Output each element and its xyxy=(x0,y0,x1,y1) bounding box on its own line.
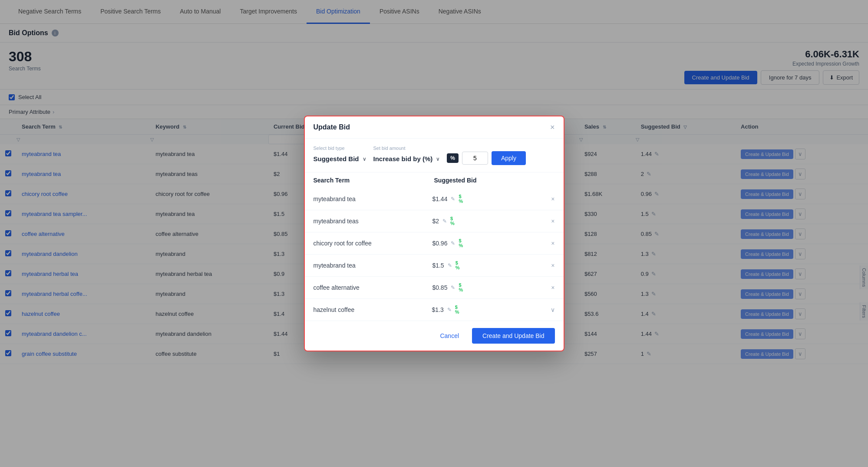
modal-bid-section: $0.96 ✎ $ % xyxy=(432,238,551,248)
modal-title: Update Bid xyxy=(314,123,350,131)
chevron-down-icon-bid-amount: ∨ xyxy=(436,156,440,162)
modal-bid-value: $2 xyxy=(432,218,439,225)
modal-overlay[interactable]: Update Bid × Select bid type Suggested B… xyxy=(0,0,868,467)
modal-term: myteabrand tea xyxy=(314,262,432,269)
pct-dollar-badge: $ % xyxy=(459,194,463,204)
page-layout: Negative Search Terms Positive Search Te… xyxy=(0,0,868,467)
modal-term: coffee alternative xyxy=(314,284,432,291)
pct-dollar-badge: $ % xyxy=(455,305,459,315)
chevron-down-icon-bid-type: ∨ xyxy=(363,156,366,162)
pct-badge: % xyxy=(447,153,459,163)
remove-icon[interactable]: × xyxy=(551,218,554,225)
modal-bid-section: $2 ✎ $ % xyxy=(432,216,551,226)
remove-icon[interactable]: ∨ xyxy=(551,306,555,313)
pct-dollar-badge: $ % xyxy=(450,216,455,226)
modal-list-item: myteabrand teas $2 ✎ $ % × xyxy=(305,210,564,232)
bid-amount-dropdown[interactable]: Increase bid by (%) ∨ xyxy=(373,152,440,165)
modal-bid-value: $1.44 xyxy=(432,195,447,202)
modal-footer: Cancel Create and Update Bid xyxy=(305,321,564,351)
bid-amount-group: Set bid amount Increase bid by (%) ∨ xyxy=(373,146,440,165)
modal-bid-section: $1.5 ✎ $ % xyxy=(432,261,551,270)
modal-term: myteabrand teas xyxy=(314,218,432,225)
modal-table-header: Search Term Suggested Bid xyxy=(305,172,564,188)
modal-bid-section: $1.44 ✎ $ % xyxy=(432,194,551,204)
bid-type-label: Select bid type xyxy=(314,146,366,151)
pct-sign: % xyxy=(459,288,463,292)
modal-list-item: myteabrand tea $1.44 ✎ $ % × xyxy=(305,188,564,210)
pct-sign: % xyxy=(455,310,459,315)
modal-header: Update Bid × xyxy=(305,116,564,139)
pct-sign: % xyxy=(450,221,455,226)
apply-button[interactable]: Apply xyxy=(492,151,526,165)
pct-dollar-badge: $ % xyxy=(455,261,460,270)
bid-value-input[interactable] xyxy=(462,152,488,165)
modal-term: chicory root for coffee xyxy=(314,240,432,247)
bid-type-dropdown[interactable]: Suggested Bid ∨ xyxy=(314,152,366,165)
bid-type-group: Select bid type Suggested Bid ∨ xyxy=(314,146,366,165)
modal-edit-icon[interactable]: ✎ xyxy=(451,196,455,202)
bid-amount-label: Set bid amount xyxy=(373,146,440,151)
remove-icon[interactable]: × xyxy=(551,284,554,291)
bid-input-group: % Apply xyxy=(447,151,526,165)
update-bid-modal: Update Bid × Select bid type Suggested B… xyxy=(304,116,564,351)
remove-icon[interactable]: × xyxy=(551,262,554,269)
modal-col-suggested-bid: Suggested Bid xyxy=(434,177,555,184)
modal-list-item: coffee alternative $0.85 ✎ $ % × xyxy=(305,276,564,298)
remove-icon[interactable]: × xyxy=(551,195,554,202)
modal-bid-section: $1.3 ✎ $ % xyxy=(432,305,551,315)
modal-edit-icon[interactable]: ✎ xyxy=(442,218,447,224)
bid-type-value: Suggested Bid xyxy=(314,155,359,162)
pct-dollar-badge: $ % xyxy=(459,283,463,292)
remove-icon[interactable]: × xyxy=(551,240,554,247)
modal-bid-section: $0.85 ✎ $ % xyxy=(432,283,551,292)
modal-list-item: hazelnut coffee $1.3 ✎ $ % ∨ xyxy=(305,298,564,321)
modal-bid-value: $0.85 xyxy=(432,284,447,291)
create-update-bid-modal-button[interactable]: Create and Update Bid xyxy=(472,328,554,344)
pct-dollar-badge: $ % xyxy=(459,238,463,248)
cancel-button[interactable]: Cancel xyxy=(432,328,467,344)
modal-list-item: myteabrand tea $1.5 ✎ $ % × xyxy=(305,254,564,276)
bid-amount-type: Increase bid by (%) xyxy=(373,155,433,162)
modal-edit-icon[interactable]: ✎ xyxy=(447,307,452,313)
modal-term: myteabrand tea xyxy=(314,195,432,202)
pct-sign: % xyxy=(459,243,463,248)
modal-bid-value: $1.3 xyxy=(432,306,444,313)
modal-body: myteabrand tea $1.44 ✎ $ % × myteabrand … xyxy=(305,188,564,321)
modal-col-search-term: Search Term xyxy=(314,177,434,184)
modal-term: hazelnut coffee xyxy=(314,306,432,313)
modal-edit-icon[interactable]: ✎ xyxy=(448,262,452,268)
modal-bid-value: $0.96 xyxy=(432,240,447,247)
modal-controls: Select bid type Suggested Bid ∨ Set bid … xyxy=(305,139,564,172)
modal-edit-icon[interactable]: ✎ xyxy=(451,240,455,246)
modal-close-button[interactable]: × xyxy=(550,123,555,131)
pct-sign: % xyxy=(459,199,463,204)
modal-bid-value: $1.5 xyxy=(432,262,444,269)
modal-edit-icon[interactable]: ✎ xyxy=(451,285,455,291)
pct-sign: % xyxy=(455,265,460,270)
modal-list-item: chicory root for coffee $0.96 ✎ $ % × xyxy=(305,232,564,254)
